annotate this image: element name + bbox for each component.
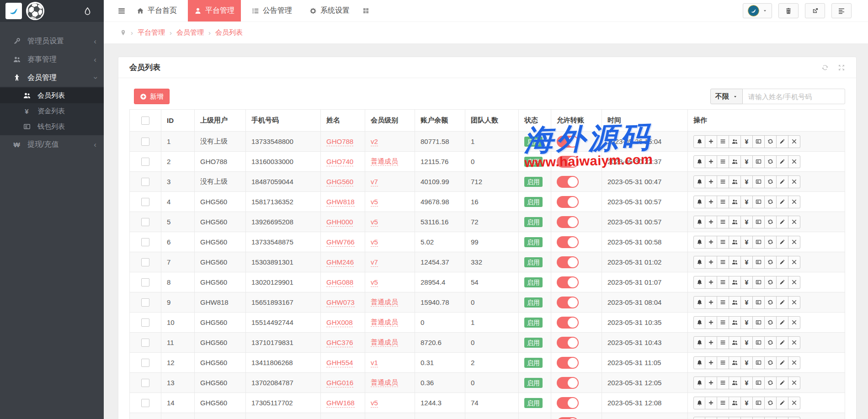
- action-plus-button[interactable]: [705, 316, 717, 329]
- action-plus-button[interactable]: [705, 155, 717, 168]
- action-bars-button[interactable]: [717, 175, 729, 188]
- trash-button[interactable]: [778, 3, 799, 18]
- row-checkbox[interactable]: [141, 379, 149, 387]
- action-close-button[interactable]: [788, 356, 800, 369]
- sidebar-item-funds-list[interactable]: ¥ 资金列表: [0, 103, 104, 119]
- action-bell-button[interactable]: [693, 417, 705, 419]
- action-close-button[interactable]: [788, 397, 800, 409]
- action-bell-button[interactable]: [693, 296, 705, 309]
- action-pencil-button[interactable]: [777, 256, 788, 269]
- action-users-button[interactable]: [729, 155, 741, 168]
- action-card-button[interactable]: [753, 296, 765, 309]
- action-close-button[interactable]: [788, 296, 800, 309]
- action-bell-button[interactable]: [693, 135, 705, 148]
- action-users-button[interactable]: [729, 377, 741, 389]
- action-users-button[interactable]: [729, 135, 741, 148]
- action-yen-button[interactable]: ¥: [741, 256, 753, 269]
- action-yen-button[interactable]: ¥: [741, 236, 753, 249]
- action-close-button[interactable]: [788, 236, 800, 249]
- add-member-button[interactable]: 新增: [134, 89, 170, 104]
- action-users-button[interactable]: [729, 256, 741, 269]
- action-bars-button[interactable]: [717, 276, 729, 289]
- grid-menu-icon[interactable]: [362, 0, 369, 21]
- action-card-button[interactable]: [753, 417, 765, 419]
- transfer-toggle[interactable]: [557, 176, 579, 188]
- member-name-link[interactable]: GHG088: [326, 278, 353, 287]
- action-users-button[interactable]: [729, 296, 741, 309]
- action-recycle-button[interactable]: [765, 377, 777, 389]
- action-recycle-button[interactable]: [765, 256, 777, 269]
- action-pencil-button[interactable]: [777, 377, 788, 389]
- action-bars-button[interactable]: [717, 296, 729, 309]
- member-level-link[interactable]: v5: [371, 198, 378, 207]
- row-checkbox[interactable]: [141, 138, 149, 146]
- search-input[interactable]: [743, 89, 845, 104]
- row-checkbox[interactable]: [141, 339, 149, 347]
- action-card-button[interactable]: [753, 356, 765, 369]
- transfer-toggle[interactable]: [557, 156, 579, 168]
- transfer-toggle[interactable]: [557, 337, 579, 349]
- action-users-button[interactable]: [729, 336, 741, 349]
- action-pencil-button[interactable]: [777, 196, 788, 208]
- hamburger-menu-icon[interactable]: [117, 0, 126, 21]
- action-bell-button[interactable]: [693, 196, 705, 208]
- action-bell-button[interactable]: [693, 316, 705, 329]
- member-level-link[interactable]: 普通成员: [371, 338, 398, 347]
- action-recycle-button[interactable]: [765, 296, 777, 309]
- action-pencil-button[interactable]: [777, 175, 788, 188]
- row-checkbox[interactable]: [141, 158, 149, 166]
- member-name-link[interactable]: GHH554: [326, 359, 353, 367]
- transfer-toggle[interactable]: [557, 216, 579, 228]
- action-card-button[interactable]: [753, 155, 765, 168]
- action-recycle-button[interactable]: [765, 135, 777, 148]
- action-pencil-button[interactable]: [777, 216, 788, 228]
- action-card-button[interactable]: [753, 236, 765, 249]
- action-bars-button[interactable]: [717, 356, 729, 369]
- sidebar-item-member-list[interactable]: 会员列表: [0, 88, 104, 103]
- member-name-link[interactable]: GHW766: [326, 238, 355, 247]
- action-yen-button[interactable]: ¥: [741, 417, 753, 419]
- action-card-button[interactable]: [753, 196, 765, 208]
- member-level-link[interactable]: v5: [371, 218, 378, 227]
- action-users-button[interactable]: [729, 356, 741, 369]
- breadcrumb-link-platform-management[interactable]: 平台管理: [138, 28, 165, 37]
- action-recycle-button[interactable]: [765, 236, 777, 249]
- action-recycle-button[interactable]: [765, 276, 777, 289]
- transfer-toggle[interactable]: [557, 397, 579, 409]
- avatar-dropdown-button[interactable]: [743, 3, 772, 18]
- action-pencil-button[interactable]: [777, 356, 788, 369]
- menu-list-button[interactable]: [831, 3, 852, 18]
- action-card-button[interactable]: [753, 397, 765, 409]
- action-plus-button[interactable]: [705, 356, 717, 369]
- transfer-toggle[interactable]: [557, 317, 579, 329]
- external-link-button[interactable]: [805, 3, 825, 18]
- member-level-link[interactable]: 普通成员: [371, 298, 398, 307]
- member-level-link[interactable]: v5: [371, 278, 378, 287]
- action-plus-button[interactable]: [705, 236, 717, 249]
- row-checkbox[interactable]: [141, 178, 149, 186]
- action-bell-button[interactable]: [693, 236, 705, 249]
- transfer-toggle[interactable]: [557, 377, 579, 389]
- action-close-button[interactable]: [788, 417, 800, 419]
- action-plus-button[interactable]: [705, 276, 717, 289]
- member-level-link[interactable]: 普通成员: [371, 157, 398, 166]
- action-bell-button[interactable]: [693, 397, 705, 409]
- member-name-link[interactable]: GHG560: [326, 178, 353, 186]
- action-users-button[interactable]: [729, 196, 741, 208]
- member-name-link[interactable]: GHW818: [326, 198, 355, 207]
- action-bars-button[interactable]: [717, 316, 729, 329]
- action-users-button[interactable]: [729, 175, 741, 188]
- action-bars-button[interactable]: [717, 397, 729, 409]
- action-pencil-button[interactable]: [777, 316, 788, 329]
- action-yen-button[interactable]: ¥: [741, 155, 753, 168]
- action-close-button[interactable]: [788, 216, 800, 228]
- action-yen-button[interactable]: ¥: [741, 196, 753, 208]
- nav-item-system-settings[interactable]: 系统设置: [303, 0, 356, 21]
- member-level-link[interactable]: v2: [371, 138, 378, 146]
- action-bell-button[interactable]: [693, 155, 705, 168]
- action-plus-button[interactable]: [705, 256, 717, 269]
- sidebar-item-admin-settings[interactable]: 管理员设置 ‹: [0, 32, 104, 50]
- row-checkbox[interactable]: [141, 258, 149, 266]
- row-checkbox[interactable]: [141, 278, 149, 286]
- action-yen-button[interactable]: ¥: [741, 316, 753, 329]
